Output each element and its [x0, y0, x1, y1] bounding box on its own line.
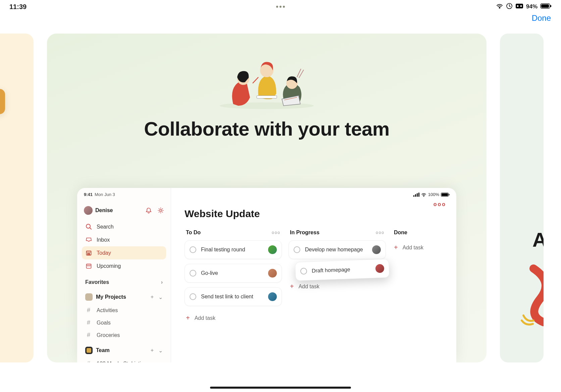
board-title: Website Update: [185, 208, 456, 219]
battery-icon: [540, 3, 552, 10]
column-more-icon[interactable]: ooo: [376, 230, 385, 235]
user-name: Denise: [95, 207, 113, 213]
sidebar-item-label: Today: [97, 250, 111, 256]
svg-line-25: [90, 228, 91, 229]
upcoming-icon: [85, 263, 92, 269]
multitask-dots[interactable]: [276, 6, 285, 8]
sidebar-favorites-heading[interactable]: Favorites ›: [82, 273, 166, 288]
task-card[interactable]: Develop new homepage: [289, 240, 386, 259]
chevron-down-icon[interactable]: ⌄: [158, 294, 163, 300]
inbox-icon: [85, 237, 92, 243]
team-avatar: [85, 347, 93, 354]
task-title: Draft homepage: [312, 266, 371, 274]
assignee-avatar: [375, 264, 384, 273]
user-avatar: [84, 206, 93, 215]
mock-date: Mon Jun 3: [95, 192, 115, 197]
battery-percent: 94%: [526, 3, 538, 10]
next-card-title-peek: A: [532, 228, 544, 251]
plus-icon: +: [186, 314, 190, 322]
svg-text:21: 21: [87, 252, 90, 255]
app-mockup: 9:41 Mon Jun 3 100% Denise: [77, 188, 456, 362]
svg-point-24: [86, 224, 90, 228]
today-icon: 21: [85, 250, 92, 256]
chevron-down-icon[interactable]: ⌄: [158, 347, 163, 354]
plus-icon: +: [394, 244, 398, 251]
task-card[interactable]: Go-live: [185, 264, 282, 283]
svg-line-15: [253, 77, 258, 83]
svg-point-2: [517, 5, 518, 7]
sidebar-item-upcoming[interactable]: Upcoming: [82, 259, 166, 273]
hash-icon: #: [85, 360, 92, 362]
app-icon: [0, 89, 5, 114]
notification-icon[interactable]: [145, 207, 152, 214]
column-title: In Progress: [290, 230, 319, 236]
sidebar-project-item[interactable]: #Groceries: [82, 329, 166, 341]
mock-time: 9:41: [84, 192, 93, 197]
search-icon: [85, 224, 92, 230]
home-indicator[interactable]: [210, 387, 351, 389]
column-title: Done: [394, 230, 407, 236]
assignee-avatar: [268, 269, 277, 278]
chevron-right-icon: ›: [161, 279, 163, 285]
assignee-avatar: [268, 292, 277, 301]
add-project-icon[interactable]: +: [151, 294, 154, 300]
task-title: Go-live: [201, 270, 263, 276]
sidebar-my-projects-heading[interactable]: My Projects + ⌄: [82, 290, 166, 304]
sidebar-item-today[interactable]: 21 Today: [82, 246, 166, 259]
ipad-status-bar: 11:39 94%: [0, 0, 561, 13]
projects-avatar: [85, 293, 93, 301]
column-title: To Do: [186, 230, 201, 236]
task-title: Final testing round: [201, 247, 263, 253]
board-column-done: Done + Add task: [393, 230, 433, 325]
sidebar-item-inbox[interactable]: Inbox: [82, 233, 166, 246]
sidebar-item-search[interactable]: Search: [82, 220, 166, 233]
task-checkbox[interactable]: [190, 246, 196, 253]
add-task-button[interactable]: + Add task: [289, 279, 386, 294]
carousel-prev-card[interactable]: [0, 34, 34, 362]
task-card[interactable]: Send test link to client: [185, 287, 282, 306]
add-task-button[interactable]: + Add task: [185, 311, 282, 325]
carousel-next-card[interactable]: A: [500, 34, 544, 362]
assignee-avatar: [268, 245, 277, 254]
task-title: Send test link to client: [201, 294, 263, 300]
sidebar-project-item[interactable]: #123 Maple St. Listing: [82, 357, 166, 362]
column-more-icon[interactable]: ooo: [272, 230, 280, 235]
sidebar-item-label: Upcoming: [97, 263, 121, 269]
add-team-project-icon[interactable]: +: [151, 347, 154, 354]
svg-rect-1: [516, 4, 523, 8]
swirl-illustration: [507, 262, 544, 329]
hash-icon: #: [85, 332, 92, 339]
task-checkbox[interactable]: [190, 270, 196, 277]
sidebar-project-item[interactable]: #Activities: [82, 304, 166, 316]
task-card-dragging[interactable]: Draft homepage: [295, 259, 390, 281]
task-title: Develop new homepage: [305, 247, 367, 253]
wifi-icon: [496, 3, 503, 10]
board-column-todo: To Do ooo Final testing round Go-live: [185, 230, 282, 325]
task-checkbox[interactable]: [190, 293, 196, 300]
sidebar-project-item[interactable]: #Goals: [82, 316, 166, 329]
done-button[interactable]: Done: [532, 13, 551, 22]
board-column-inprogress: In Progress ooo Develop new homepage Dra…: [289, 230, 386, 325]
task-checkbox[interactable]: [294, 246, 300, 253]
sidebar-user[interactable]: Denise: [82, 205, 166, 216]
svg-rect-5: [541, 4, 549, 8]
hash-icon: #: [85, 319, 92, 326]
task-card[interactable]: Final testing round: [185, 240, 282, 259]
dnd-icon: [515, 3, 523, 10]
add-task-button[interactable]: + Add task: [393, 240, 433, 255]
task-checkbox[interactable]: [300, 268, 307, 275]
assignee-avatar: [372, 245, 381, 254]
settings-icon[interactable]: [157, 207, 164, 214]
mock-sidebar: Denise Search Inbox 21 Tod: [77, 188, 171, 362]
sidebar-team-heading[interactable]: Team + ⌄: [82, 343, 166, 357]
team-illustration: [213, 44, 320, 112]
sidebar-item-label: Inbox: [97, 237, 110, 243]
hash-icon: #: [85, 307, 92, 314]
svg-rect-11: [257, 96, 277, 98]
plus-icon: +: [290, 283, 294, 290]
board-more-icon[interactable]: ooo: [434, 201, 446, 207]
status-time: 11:39: [9, 3, 27, 11]
sidebar-item-label: Search: [97, 224, 114, 230]
svg-point-3: [520, 5, 522, 7]
hero-title: Collaborate with your team: [47, 117, 487, 140]
